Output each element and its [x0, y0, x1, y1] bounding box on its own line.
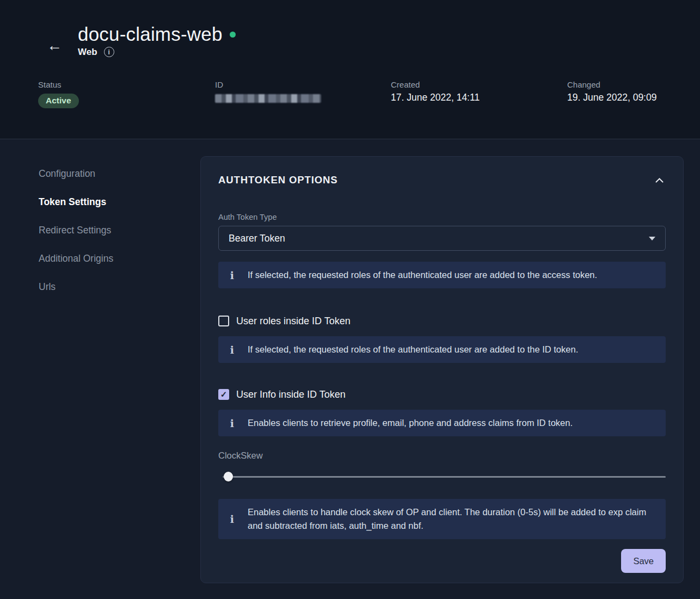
- authtoken-options-panel: AUTHTOKEN OPTIONS Auth Token Type Bearer…: [200, 156, 684, 583]
- client-id-value-redacted: [215, 94, 321, 103]
- info-text: Enables clients to retrieve profile, ema…: [248, 416, 573, 430]
- info-text: If selected, the requested roles of the …: [248, 343, 578, 356]
- changed-value: 19. June 2022, 09:09: [567, 92, 656, 103]
- user-info-checkbox-label: User Info inside ID Token: [236, 389, 346, 400]
- status-badge: Active: [38, 94, 79, 108]
- info-icon: ℹ: [227, 344, 237, 356]
- info-icon[interactable]: i: [104, 47, 114, 57]
- info-box-id-token: ℹ If selected, the requested roles of th…: [218, 336, 666, 363]
- clockskew-label: ClockSkew: [218, 450, 666, 460]
- changed-label: Changed: [567, 80, 656, 89]
- sidebar-item-configuration[interactable]: Configuration: [39, 168, 113, 180]
- info-text: Enables clients to handle clock skew of …: [248, 505, 657, 533]
- created-column: Created 17. June 2022, 14:11: [391, 80, 480, 103]
- info-icon: ℹ: [227, 417, 237, 429]
- info-box-access-token: ℹ If selected, the requested roles of th…: [218, 262, 666, 288]
- changed-column: Changed 19. June 2022, 09:09: [567, 80, 656, 103]
- client-type-label: Web: [78, 47, 97, 58]
- sidebar-item-additional-origins[interactable]: Additional Origins: [39, 252, 113, 265]
- save-button[interactable]: Save: [621, 549, 666, 573]
- created-label: Created: [391, 80, 480, 89]
- status-label: Status: [38, 80, 79, 89]
- chevron-up-icon[interactable]: [653, 176, 666, 185]
- sidebar-item-token-settings[interactable]: Token Settings: [39, 196, 113, 208]
- user-roles-checkbox-label: User roles inside ID Token: [236, 316, 351, 327]
- user-info-checkbox[interactable]: ✓: [218, 389, 229, 400]
- info-box-clockskew: ℹ Enables clients to handle clock skew o…: [218, 499, 666, 539]
- settings-nav: Configuration Token Settings Redirect Se…: [39, 168, 113, 293]
- auth-token-type-select[interactable]: Bearer Token: [218, 226, 666, 251]
- panel-title: AUTHTOKEN OPTIONS: [218, 174, 338, 186]
- created-value: 17. June 2022, 14:11: [391, 92, 480, 103]
- auth-token-type-value: Bearer Token: [229, 233, 285, 244]
- auth-token-type-label: Auth Token Type: [218, 212, 666, 222]
- page-header: ← docu-claims-web Web i Status Active ID…: [0, 0, 700, 139]
- info-text: If selected, the requested roles of the …: [248, 268, 597, 282]
- info-box-user-info: ℹ Enables clients to retrieve profile, e…: [218, 410, 666, 436]
- caret-down-icon: [649, 237, 655, 240]
- sidebar-item-urls[interactable]: Urls: [39, 281, 113, 293]
- info-icon: ℹ: [227, 513, 237, 525]
- info-icon: ℹ: [227, 269, 237, 281]
- title-block: docu-claims-web Web i: [78, 24, 236, 58]
- slider-track[interactable]: [223, 476, 666, 478]
- clockskew-slider[interactable]: [218, 472, 666, 481]
- page-title: docu-claims-web: [78, 24, 223, 45]
- sidebar-item-redirect-settings[interactable]: Redirect Settings: [39, 224, 113, 237]
- user-roles-checkbox[interactable]: ✓: [218, 316, 229, 326]
- id-column: ID: [215, 80, 321, 103]
- active-status-dot-icon: [230, 32, 236, 38]
- user-roles-checkbox-row[interactable]: ✓ User roles inside ID Token: [218, 314, 666, 328]
- slider-thumb[interactable]: [224, 472, 233, 481]
- id-label: ID: [215, 80, 321, 89]
- user-info-checkbox-row[interactable]: ✓ User Info inside ID Token: [218, 388, 666, 401]
- back-button[interactable]: ←: [46, 37, 63, 54]
- status-column: Status Active: [38, 80, 79, 108]
